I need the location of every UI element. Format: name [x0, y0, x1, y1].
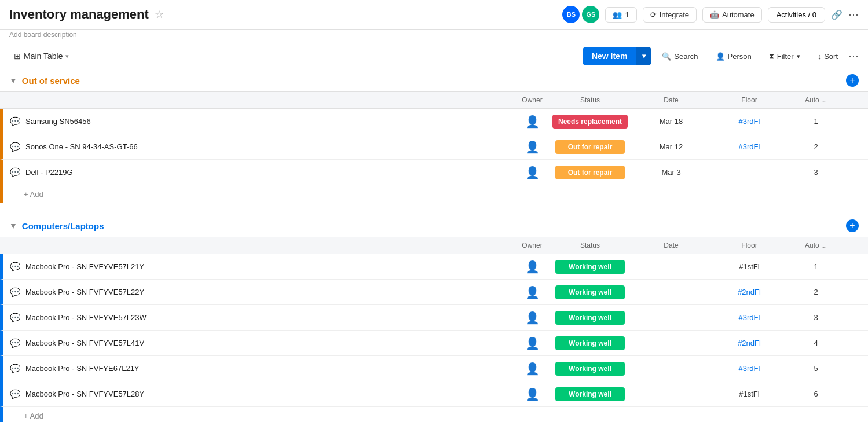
- row-floor[interactable]: #3rdFl: [739, 117, 760, 126]
- comment-icon[interactable]: 💬: [10, 364, 21, 374]
- row-owner-cell[interactable]: 👤: [515, 311, 550, 325]
- row-owner-cell[interactable]: 👤: [515, 166, 550, 179]
- owner-icon[interactable]: 👤: [525, 285, 540, 299]
- owner-icon[interactable]: 👤: [525, 115, 540, 129]
- status-badge[interactable]: Working well: [555, 285, 625, 299]
- owner-icon[interactable]: 👤: [525, 387, 540, 401]
- group-add-icon-computers-laptops[interactable]: +: [846, 219, 859, 232]
- status-badge[interactable]: Working well: [555, 362, 625, 376]
- row-owner-cell[interactable]: 👤: [515, 336, 550, 350]
- status-badge[interactable]: Working well: [555, 311, 625, 325]
- comment-icon[interactable]: 💬: [10, 142, 21, 152]
- row-status-cell[interactable]: Working well: [550, 260, 631, 274]
- row-status-cell[interactable]: Needs replacement: [550, 115, 631, 129]
- row-floor-cell[interactable]: #3rdFl: [712, 364, 787, 373]
- row-status-cell[interactable]: Working well: [550, 387, 631, 401]
- row-owner-cell[interactable]: 👤: [515, 260, 550, 274]
- row-owner-cell[interactable]: 👤: [515, 115, 550, 129]
- sort-button[interactable]: ↕ Sort: [811, 49, 845, 64]
- avatar-green: GS: [582, 6, 599, 23]
- comment-icon[interactable]: 💬: [10, 287, 21, 298]
- table-row: 💬 Macbook Pro - SN FVFYE67L21Y 👤Working …: [0, 356, 868, 381]
- owner-icon[interactable]: 👤: [525, 362, 540, 376]
- row-status-cell[interactable]: Working well: [550, 311, 631, 325]
- owner-icon[interactable]: 👤: [525, 336, 540, 350]
- automate-button[interactable]: 🤖 Automate: [702, 7, 762, 23]
- comment-icon[interactable]: 💬: [10, 116, 21, 127]
- table-row: 💬 Macbook Pro - SN FVFYVE57L28Y 👤Working…: [0, 381, 868, 407]
- row-floor[interactable]: #3rdFl: [739, 142, 760, 151]
- row-floor[interactable]: #1stFl: [739, 262, 759, 271]
- integrate-button[interactable]: ⟳ Integrate: [643, 7, 697, 23]
- owner-icon[interactable]: 👤: [525, 166, 540, 179]
- table-row: 💬 Samsung SN56456 👤Needs replacementMar …: [0, 109, 868, 134]
- filter-button[interactable]: ⧗ Filter ▾: [762, 48, 807, 64]
- row-status-cell[interactable]: Working well: [550, 362, 631, 376]
- row-floor[interactable]: #2ndFl: [738, 288, 761, 296]
- row-owner-cell[interactable]: 👤: [515, 387, 550, 401]
- row-date-cell[interactable]: Mar 3: [631, 168, 712, 177]
- members-button[interactable]: 👥 1: [605, 7, 636, 23]
- search-icon: 🔍: [662, 52, 671, 61]
- toolbar-more-icon[interactable]: ⋯: [848, 50, 859, 63]
- share-icon[interactable]: 🔗: [831, 9, 843, 20]
- status-badge[interactable]: Working well: [555, 260, 625, 274]
- board-description[interactable]: Add board description: [0, 30, 868, 43]
- plus-circle-out-of-service[interactable]: +: [846, 74, 859, 87]
- status-badge[interactable]: Out for repair: [555, 166, 625, 179]
- row-owner-cell[interactable]: 👤: [515, 285, 550, 299]
- group-toggle-computers-laptops[interactable]: ▼: [9, 221, 17, 230]
- row-owner-cell[interactable]: 👤: [515, 140, 550, 154]
- row-floor-cell[interactable]: #3rdFl: [712, 313, 787, 322]
- owner-icon[interactable]: 👤: [525, 311, 540, 325]
- row-floor[interactable]: #2ndFl: [738, 339, 761, 347]
- row-floor-cell[interactable]: #2ndFl: [712, 288, 787, 296]
- activities-button[interactable]: Activities / 0: [768, 7, 825, 23]
- status-badge[interactable]: Needs replacement: [552, 115, 628, 129]
- members-icon: 👥: [613, 10, 622, 19]
- row-floor[interactable]: #3rdFl: [739, 364, 760, 373]
- row-name-cell: 💬 Samsung SN56456: [3, 112, 515, 131]
- person-button[interactable]: 👤 Person: [709, 49, 759, 64]
- row-floor-cell[interactable]: #3rdFl: [712, 117, 787, 126]
- comment-icon[interactable]: 💬: [10, 389, 21, 399]
- search-button[interactable]: 🔍 Search: [655, 49, 705, 64]
- group-toggle-out-of-service[interactable]: ▼: [9, 76, 17, 85]
- comment-icon[interactable]: 💬: [10, 313, 21, 323]
- row-status-cell[interactable]: Out for repair: [550, 140, 631, 154]
- row-floor-cell[interactable]: #1stFl: [712, 262, 787, 271]
- add-row-out-of-service[interactable]: + Add: [0, 185, 868, 203]
- col-header-out-of-service-3: Date: [631, 92, 712, 108]
- row-status-cell[interactable]: Out for repair: [550, 166, 631, 179]
- plus-circle-computers-laptops[interactable]: +: [846, 219, 859, 232]
- row-owner-cell[interactable]: 👤: [515, 362, 550, 376]
- row-floor-cell[interactable]: #3rdFl: [712, 142, 787, 151]
- row-status-cell[interactable]: Working well: [550, 285, 631, 299]
- sort-label: Sort: [824, 52, 838, 61]
- row-date-cell[interactable]: Mar 12: [631, 142, 712, 151]
- status-badge[interactable]: Working well: [555, 387, 625, 401]
- owner-icon[interactable]: 👤: [525, 260, 540, 274]
- add-row-computers-laptops[interactable]: + Add: [0, 407, 868, 422]
- row-date-cell[interactable]: Mar 18: [631, 117, 712, 126]
- comment-icon[interactable]: 💬: [10, 262, 21, 272]
- status-badge[interactable]: Working well: [555, 336, 625, 350]
- row-name-cell: 💬 Macbook Pro - SN FVFYE67L21Y: [3, 359, 515, 379]
- group-add-icon-out-of-service[interactable]: +: [846, 74, 859, 87]
- comment-icon[interactable]: 💬: [10, 167, 21, 178]
- status-badge[interactable]: Out for repair: [555, 140, 625, 154]
- new-item-button[interactable]: New Item ▾: [583, 47, 651, 65]
- row-status-cell[interactable]: Working well: [550, 336, 631, 350]
- new-item-caret[interactable]: ▾: [636, 47, 651, 65]
- row-floor[interactable]: #1stFl: [739, 390, 759, 398]
- comment-icon[interactable]: 💬: [10, 338, 21, 348]
- owner-icon[interactable]: 👤: [525, 140, 540, 154]
- row-floor-cell[interactable]: #1stFl: [712, 390, 787, 398]
- row-floor[interactable]: #3rdFl: [739, 313, 760, 322]
- row-floor-cell[interactable]: #2ndFl: [712, 339, 787, 347]
- star-icon[interactable]: ☆: [155, 8, 164, 21]
- main-table-button[interactable]: ⊞ Main Table ▾: [9, 49, 74, 64]
- row-name-cell: 💬 Sonos One - SN 94-34-AS-GT-66: [3, 137, 515, 157]
- row-name: Macbook Pro - SN FVFYVE57L41V: [25, 339, 144, 347]
- more-icon[interactable]: ⋯: [848, 8, 859, 21]
